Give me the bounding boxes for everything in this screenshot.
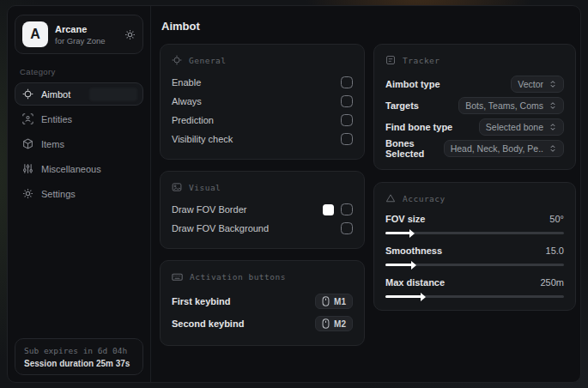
setting-row: Visibility check: [172, 130, 353, 149]
tracker-card: Tracker Aimbot type Vector: [373, 44, 576, 170]
prediction-checkbox[interactable]: [341, 114, 353, 126]
setting-row: Enable: [172, 73, 353, 92]
setting-row: Aimbot type Vector: [385, 73, 564, 94]
app-window: A Arcane for Gray Zone Category: [7, 5, 581, 383]
card-title: General: [189, 56, 227, 65]
setting-label: First keybind: [172, 296, 230, 306]
brand-subtitle: for Gray Zone: [55, 36, 118, 45]
sidebar-item-aimbot[interactable]: Aimbot: [15, 82, 143, 106]
sidebar-item-label: Entities: [41, 114, 72, 124]
slider-row: FOV size 50°: [385, 211, 564, 234]
setting-row: Draw FOV Border: [172, 200, 353, 219]
general-card: General Enable Always Prediction: [160, 44, 365, 160]
brand-logo: A: [22, 21, 48, 47]
mouse-icon: [322, 296, 330, 306]
triangle-icon: [385, 193, 396, 203]
gear-icon[interactable]: [124, 29, 136, 40]
setting-label: Smoothness: [385, 246, 442, 256]
dropdown-value: Head, Neck, Body, Pe..: [451, 143, 543, 154]
sidebar-item-settings[interactable]: Settings: [15, 182, 143, 205]
page-title: Aimbot: [161, 20, 576, 33]
setting-label: Max distance: [385, 277, 445, 288]
aimbot-type-dropdown[interactable]: Vector: [511, 76, 564, 93]
tracker-icon: [385, 55, 396, 65]
setting-row: Draw FOV Background: [172, 219, 353, 238]
slider-value: 15.0: [546, 246, 564, 256]
visibility-check-checkbox[interactable]: [341, 133, 353, 145]
setting-label: Draw FOV Border: [172, 204, 246, 215]
brand-card: A Arcane for Gray Zone: [15, 15, 143, 54]
sidebar-item-label: Items: [41, 139, 64, 149]
brand-text: Arcane for Gray Zone: [55, 24, 118, 45]
sidebar-item-label: Miscellaneous: [41, 164, 101, 174]
sliders-icon: [22, 163, 33, 174]
category-label: Category: [20, 67, 138, 76]
setting-row: Second keybind M2: [172, 312, 353, 335]
sidebar-nav: Aimbot Entities: [15, 82, 143, 205]
always-checkbox[interactable]: [341, 95, 353, 107]
fov-size-slider[interactable]: [385, 232, 564, 234]
unfold-icon: [549, 123, 557, 131]
main-panel: Aimbot General: [151, 6, 580, 382]
find-bone-type-dropdown[interactable]: Selected bone: [479, 118, 564, 136]
slider-fill: [385, 232, 410, 234]
setting-label: Enable: [172, 77, 201, 88]
session-duration-text: Session duration 25m 37s: [24, 359, 134, 368]
slider-row: Smoothness 15.0: [385, 243, 564, 266]
card-title: Activation buttons: [190, 272, 286, 282]
setting-label: Visibility check: [172, 134, 233, 144]
draw-fov-background-checkbox[interactable]: [341, 222, 353, 234]
second-keybind-button[interactable]: M2: [315, 316, 353, 331]
sidebar-item-miscellaneous[interactable]: Miscellaneous: [15, 157, 143, 180]
setting-row: Find bone type Selected bone: [385, 116, 564, 137]
dropdown-value: Selected bone: [486, 122, 543, 132]
watermark-ghost: [89, 88, 137, 101]
setting-row: Always: [172, 92, 353, 111]
card-title: Tracker: [403, 56, 440, 65]
slider-value: 50°: [549, 214, 564, 224]
sidebar-item-label: Aimbot: [41, 89, 70, 100]
sidebar-item-items[interactable]: Items: [15, 132, 143, 155]
crosshair-icon: [172, 55, 182, 65]
sub-expires-text: Sub expires in 6d 04h: [24, 346, 134, 355]
unfold-icon: [549, 101, 557, 110]
smoothness-slider[interactable]: [385, 264, 564, 266]
unfold-icon: [549, 80, 557, 88]
slider-value: 250m: [540, 277, 564, 288]
card-title: Visual: [189, 183, 221, 192]
fov-border-color-swatch[interactable]: [323, 204, 334, 215]
person-scan-icon: [22, 113, 33, 124]
sidebar: A Arcane for Gray Zone Category: [8, 6, 151, 382]
slider-fill: [385, 295, 421, 298]
activation-buttons-card: Activation buttons First keybind M1: [160, 260, 365, 346]
setting-label: Always: [172, 96, 202, 106]
keyboard-icon: [172, 271, 183, 282]
enable-checkbox[interactable]: [341, 76, 353, 88]
max-distance-slider[interactable]: [385, 295, 564, 298]
sidebar-item-entities[interactable]: Entities: [15, 107, 143, 130]
first-keybind-button[interactable]: M1: [315, 294, 353, 309]
gear-icon: [22, 188, 33, 199]
setting-row: Bones Selected Head, Neck, Body, Pe..: [385, 137, 564, 159]
unfold-icon: [549, 144, 557, 153]
keybind-value: M2: [334, 319, 346, 329]
setting-label: Find bone type: [385, 122, 452, 132]
card-title: Accuracy: [403, 194, 446, 203]
mouse-icon: [322, 318, 330, 329]
brand-name: Arcane: [55, 24, 118, 34]
setting-label: Prediction: [172, 115, 214, 125]
setting-label: Draw FOV Background: [172, 223, 269, 233]
setting-label: Second keybind: [172, 318, 244, 329]
accuracy-card: Accuracy FOV size 50° Smoothness: [373, 182, 576, 311]
setting-label: FOV size: [385, 214, 425, 224]
image-icon: [172, 182, 182, 192]
visual-card: Visual Draw FOV Border Draw FOV Backgrou…: [160, 171, 365, 249]
subscription-card: Sub expires in 6d 04h Session duration 2…: [15, 338, 143, 375]
targets-dropdown[interactable]: Bots, Teams, Coms: [458, 97, 564, 114]
setting-label: Bones Selected: [385, 138, 444, 159]
setting-row: Targets Bots, Teams, Coms: [385, 94, 564, 116]
draw-fov-border-checkbox[interactable]: [341, 203, 353, 215]
sidebar-item-label: Settings: [41, 189, 76, 199]
dropdown-value: Vector: [518, 79, 543, 89]
bones-selected-dropdown[interactable]: Head, Neck, Body, Pe..: [444, 140, 564, 157]
